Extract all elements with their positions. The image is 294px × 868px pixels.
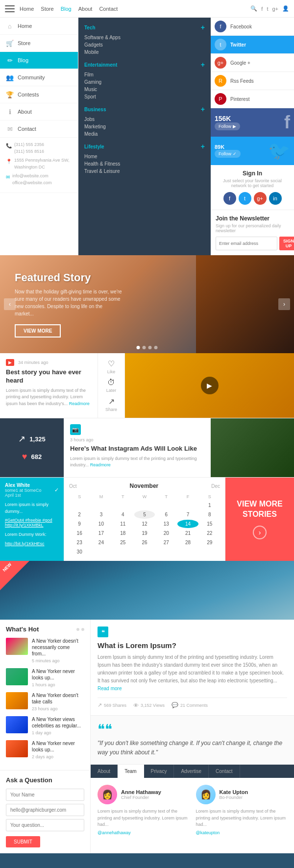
mega-item-gadgets[interactable]: Gadgets <box>84 41 205 48</box>
sidebar-item-contact[interactable]: ✉ Contact <box>0 121 78 138</box>
mega-item-travel[interactable]: Travel & Leisure <box>84 168 205 175</box>
sidebar-item-community[interactable]: 👥 Community <box>0 69 78 86</box>
twitter-feed-link2[interactable]: http://bit.ly/1KkHEsc <box>5 541 59 546</box>
cal-day-23[interactable]: 23 <box>69 538 90 547</box>
hot-item-4[interactable]: A New Yorker views celebrities as regula… <box>6 716 84 735</box>
signin-gplus-btn[interactable]: g+ <box>254 192 267 205</box>
cal-day-18[interactable]: 18 <box>113 529 133 537</box>
cal-day-25[interactable]: 25 <box>113 538 133 547</box>
lifestyle-plus-icon[interactable]: + <box>201 143 205 150</box>
mega-item-music[interactable]: Music <box>84 86 205 93</box>
user-nav-icon[interactable]: 👤 <box>282 5 289 12</box>
cal-day-12[interactable]: 12 <box>134 520 155 528</box>
facebook-follow-button[interactable]: Follow ▶ <box>215 122 240 130</box>
cal-day-10[interactable]: 10 <box>91 520 111 528</box>
tab-advertise[interactable]: Advertise <box>174 765 209 778</box>
hot-item-5[interactable]: A New Yorker never looks up... 2 days ag… <box>6 740 84 759</box>
cal-day-26[interactable]: 26 <box>134 538 155 547</box>
mega-item-software[interactable]: Software & Apps <box>84 34 205 41</box>
sidebar-item-contests[interactable]: 🏆 Contests <box>0 86 78 103</box>
whats-hot-dot-1[interactable] <box>76 628 79 631</box>
nav-about[interactable]: About <box>78 6 93 12</box>
tab-about[interactable]: About <box>91 765 118 778</box>
slider-dot-2[interactable] <box>143 346 146 349</box>
member-handle-2[interactable]: @kateupton <box>196 830 288 835</box>
play-button[interactable]: ▶ <box>201 377 219 394</box>
tech-plus-icon[interactable]: + <box>201 24 205 31</box>
hot-item-3[interactable]: A New Yorker doesn't take calls 23 hours… <box>6 692 84 711</box>
signin-linkedin-btn[interactable]: in <box>269 192 282 205</box>
facebook-nav-icon[interactable]: f <box>261 6 263 12</box>
ask-submit-button[interactable]: SUBMIT <box>6 836 40 847</box>
mega-item-lifestyle-home[interactable]: Home <box>84 153 205 160</box>
sidebar-item-home[interactable]: ⌂ Home <box>0 18 78 35</box>
slider-next-button[interactable]: › <box>278 298 290 310</box>
story2-readmore-link[interactable]: Readmore <box>90 462 111 467</box>
whats-hot-dot-2[interactable] <box>81 628 84 631</box>
nav-home[interactable]: Home <box>20 6 34 12</box>
cal-day-4[interactable]: 4 <box>113 510 133 519</box>
signin-facebook-btn[interactable]: f <box>223 192 236 205</box>
search-icon[interactable]: 🔍 <box>250 5 257 12</box>
tab-contact[interactable]: Contact <box>209 765 240 778</box>
cal-day-16[interactable]: 16 <box>69 529 90 537</box>
view-more-stories-panel[interactable]: VIEW MORE STORIES › <box>225 478 294 561</box>
slider-dot-3[interactable] <box>148 346 152 349</box>
prev-month-button[interactable]: Oct <box>69 483 77 489</box>
cal-day-7[interactable]: 7 <box>177 510 198 519</box>
business-plus-icon[interactable]: + <box>201 105 205 113</box>
mega-item-sport[interactable]: Sport <box>84 93 205 100</box>
tab-privacy[interactable]: Privacy <box>144 765 174 778</box>
twitter-nav-icon[interactable]: t <box>267 6 268 12</box>
slider-dot-4[interactable] <box>154 346 158 349</box>
cal-day-30[interactable]: 30 <box>69 548 90 556</box>
hamburger-menu[interactable] <box>5 5 15 12</box>
hero-view-more-button[interactable]: VIEW MORE <box>15 324 61 338</box>
cal-day-24[interactable]: 24 <box>91 538 111 547</box>
cal-day-17[interactable]: 17 <box>91 529 111 537</box>
cal-day-29[interactable]: 29 <box>199 538 220 547</box>
sidebar-item-store[interactable]: 🛒 Store <box>0 35 78 52</box>
ask-name-input[interactable] <box>6 789 84 801</box>
nav-store[interactable]: Store <box>41 6 53 12</box>
twitter-follow-button[interactable]: Follow ✓ <box>215 150 241 158</box>
sidebar-item-blog[interactable]: ✏ Blog <box>0 52 78 69</box>
tab-team[interactable]: Team <box>118 765 144 778</box>
cal-day-15[interactable]: 15 <box>199 520 220 528</box>
cal-day-9[interactable]: 9 <box>69 520 90 528</box>
entertainment-plus-icon[interactable]: + <box>201 61 205 69</box>
cal-day-11[interactable]: 11 <box>113 520 133 528</box>
hot-item-1[interactable]: A New Yorker doesn't necessarily come fr… <box>6 638 84 663</box>
newsletter-email-input[interactable] <box>216 237 277 250</box>
gplus-nav-icon[interactable]: g+ <box>272 6 278 12</box>
signin-twitter-btn[interactable]: t <box>239 192 251 205</box>
nav-blog[interactable]: Blog <box>61 6 72 12</box>
next-month-button[interactable]: Dec <box>211 483 220 489</box>
cal-day-28[interactable]: 28 <box>177 538 198 547</box>
twitter-feed-link1[interactable]: #GetOut4 #freebie #god http://it.ly/1XKM… <box>5 518 59 528</box>
ask-question-input[interactable] <box>6 819 84 831</box>
cal-day-22[interactable]: 22 <box>199 529 220 537</box>
cal-day-19[interactable]: 19 <box>134 529 155 537</box>
mega-item-media[interactable]: Media <box>84 130 205 138</box>
mega-item-mobile[interactable]: Mobile <box>84 48 205 56</box>
mega-item-film[interactable]: Film <box>84 71 205 78</box>
cal-day-6[interactable]: 6 <box>156 510 176 519</box>
slider-dot-1[interactable] <box>137 346 140 349</box>
article-readmore-link[interactable]: Read more <box>98 686 122 691</box>
later-action[interactable]: ⏱ Later <box>106 378 117 393</box>
cal-day-8[interactable]: 8 <box>199 510 220 519</box>
newsletter-signup-button[interactable]: SIGN UP <box>279 237 294 250</box>
mega-item-marketing[interactable]: Marketing <box>84 123 205 130</box>
nav-contact[interactable]: Contact <box>99 6 118 12</box>
mega-item-gaming[interactable]: Gaming <box>84 78 205 86</box>
mega-item-health[interactable]: Health & Fitness <box>84 160 205 168</box>
cal-day-13[interactable]: 13 <box>156 520 176 528</box>
cal-day-3[interactable]: 3 <box>91 510 111 519</box>
cal-day-27[interactable]: 27 <box>156 538 176 547</box>
member-handle-1[interactable]: @annehathaway <box>98 830 189 835</box>
slider-prev-button[interactable]: ‹ <box>4 298 16 310</box>
sidebar-item-about[interactable]: ℹ About <box>0 103 78 121</box>
cal-day-14-today[interactable]: 14 <box>177 520 198 528</box>
hot-item-2[interactable]: A New Yorker never looks up... 1 hours a… <box>6 668 84 687</box>
